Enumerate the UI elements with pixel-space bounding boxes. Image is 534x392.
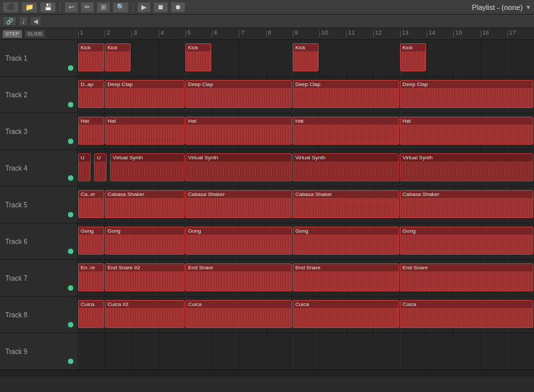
track-row: Track 2D..apDeep ClapDeep ClapDeep ClapD… bbox=[0, 77, 534, 113]
beat-line bbox=[131, 333, 132, 369]
clip[interactable]: Gong bbox=[293, 227, 399, 255]
clip[interactable]: En..re bbox=[78, 263, 104, 291]
track-status-dot bbox=[68, 65, 73, 71]
clip[interactable]: Kick bbox=[105, 43, 131, 71]
clip[interactable]: Cuica bbox=[293, 300, 399, 328]
clip-pattern bbox=[79, 198, 103, 217]
horizontal-scrollbar[interactable] bbox=[0, 370, 534, 377]
clip[interactable]: Hat bbox=[105, 117, 185, 145]
clip[interactable]: U bbox=[78, 153, 91, 181]
track-content-6[interactable]: GongGongGongGongGong bbox=[78, 223, 534, 259]
clip[interactable]: Cuica bbox=[78, 300, 104, 328]
clip[interactable]: Gong bbox=[185, 227, 292, 255]
slide-button[interactable]: SLIDE bbox=[25, 30, 45, 38]
clip[interactable]: Gong bbox=[78, 227, 104, 255]
record-btn[interactable]: ⏺ bbox=[171, 2, 185, 13]
clip-pattern bbox=[401, 125, 533, 143]
save-btn[interactable]: 💾 bbox=[40, 2, 56, 13]
track-content-9[interactable] bbox=[78, 333, 534, 369]
clip-pattern bbox=[105, 125, 184, 143]
clip[interactable]: Deep Clap bbox=[293, 80, 399, 108]
clip[interactable]: Virtual Synth bbox=[400, 153, 533, 181]
ruler-mark: 6 bbox=[212, 28, 217, 37]
clip[interactable]: Cabasa Shaker bbox=[293, 190, 399, 218]
clip[interactable]: Cuica bbox=[400, 300, 533, 328]
tool-btn[interactable]: ✏ bbox=[81, 2, 94, 13]
ruler-label: 5 bbox=[187, 29, 191, 36]
clip[interactable]: Hat bbox=[400, 117, 533, 145]
clip-pattern bbox=[79, 271, 103, 290]
step-button[interactable]: STEP bbox=[3, 30, 22, 38]
play-btn[interactable]: ▶ bbox=[137, 2, 151, 13]
clip[interactable]: Kick bbox=[400, 43, 426, 71]
clip[interactable]: End Snare bbox=[185, 263, 292, 291]
clip[interactable]: Virtual Synth bbox=[293, 153, 399, 181]
clip[interactable]: Deep Clap bbox=[185, 80, 292, 108]
open-btn[interactable]: 📁 bbox=[21, 2, 37, 13]
title-arrow[interactable]: ▼ bbox=[525, 4, 531, 11]
clip[interactable]: Virtual Synth bbox=[185, 153, 292, 181]
clip-label: Deep Clap bbox=[105, 81, 184, 88]
clip[interactable]: Deep Clap bbox=[105, 80, 185, 108]
clip[interactable]: D..ap bbox=[78, 80, 104, 108]
clip[interactable]: Cabasa Shaker bbox=[185, 190, 292, 218]
clip[interactable]: Cuica bbox=[185, 300, 292, 328]
clip[interactable]: End Snare bbox=[293, 263, 399, 291]
beat-line bbox=[239, 40, 239, 76]
clip[interactable]: Cuica #2 bbox=[105, 300, 185, 328]
track-content-3[interactable]: HatHatHatHatHat bbox=[78, 113, 534, 149]
zoom-btn[interactable]: 🔍 bbox=[113, 2, 129, 13]
select-btn[interactable]: ⊞ bbox=[97, 2, 110, 13]
beat-line bbox=[373, 333, 374, 369]
clip[interactable]: Kick bbox=[293, 43, 319, 71]
clip-label: Kick bbox=[401, 44, 425, 51]
ruler-mark: 5 bbox=[185, 28, 191, 37]
clip[interactable]: Hat bbox=[185, 117, 292, 145]
clip[interactable]: Kick bbox=[78, 43, 104, 71]
clip[interactable]: Virtual Synth bbox=[110, 153, 185, 181]
clip[interactable]: Ca..er bbox=[78, 190, 104, 218]
clip-pattern bbox=[105, 51, 130, 70]
track-content-1[interactable]: KickKickKickKickKick bbox=[78, 40, 534, 76]
track-content-8[interactable]: CuicaCuica #2CuicaCuicaCuica bbox=[78, 297, 534, 333]
ruler-mark: 11 bbox=[346, 28, 355, 37]
beat-line bbox=[427, 40, 427, 76]
clip[interactable]: Hat bbox=[78, 117, 104, 145]
ruler-mark: 8 bbox=[266, 28, 271, 37]
clip[interactable]: Cabasa Shaker bbox=[400, 190, 533, 218]
snap-btn[interactable]: 🔗 bbox=[3, 16, 17, 26]
track-label-3: Track 3 bbox=[0, 113, 78, 149]
note-btn[interactable]: ♩ bbox=[19, 16, 28, 26]
clip[interactable]: End Snare #2 bbox=[105, 263, 185, 291]
beat-line bbox=[481, 40, 481, 76]
stop-btn[interactable]: ⏹ bbox=[153, 2, 168, 13]
clip-label: U bbox=[79, 154, 90, 161]
clip-pattern bbox=[401, 51, 425, 70]
track-content-2[interactable]: D..apDeep ClapDeep ClapDeep ClapDeep Cla… bbox=[78, 77, 534, 113]
undo-btn[interactable]: ↩ bbox=[65, 2, 78, 13]
ruler-mark: 4 bbox=[159, 28, 164, 37]
clip[interactable]: Kick bbox=[185, 43, 211, 71]
track-content-5[interactable]: Ca..erCabasa ShakerCabasa ShakerCabasa S… bbox=[78, 187, 534, 223]
track-content-4[interactable]: UUVirtual SynthVirtual SynthVirtual Synt… bbox=[78, 150, 534, 186]
collapse-btn[interactable]: ◀ bbox=[30, 16, 41, 26]
clip-pattern bbox=[401, 198, 533, 217]
track-content-7[interactable]: En..reEnd Snare #2End SnareEnd SnareEnd … bbox=[78, 260, 534, 296]
ruler-mark: 16 bbox=[481, 28, 489, 37]
clip[interactable]: Gong bbox=[400, 227, 533, 255]
clip[interactable]: Hat bbox=[293, 117, 399, 145]
new-btn[interactable]: ⬛ bbox=[3, 2, 19, 13]
track-row: Track 6GongGongGongGongGong bbox=[0, 223, 534, 260]
track-name: Track 9 bbox=[5, 348, 72, 355]
clip[interactable]: Deep Clap bbox=[400, 80, 533, 108]
clip[interactable]: U bbox=[94, 153, 107, 181]
clip[interactable]: End Snare bbox=[400, 263, 533, 291]
track-row: Track 3HatHatHatHatHat bbox=[0, 113, 534, 150]
clip[interactable]: Gong bbox=[105, 227, 185, 255]
clip-label: End Snare bbox=[293, 264, 399, 271]
ruler-label: 15 bbox=[455, 29, 462, 36]
clip-label: End Snare bbox=[186, 264, 291, 271]
clip[interactable]: Cabasa Shaker bbox=[105, 190, 185, 218]
clip-label: Gong bbox=[79, 227, 103, 235]
beat-line bbox=[319, 40, 320, 76]
